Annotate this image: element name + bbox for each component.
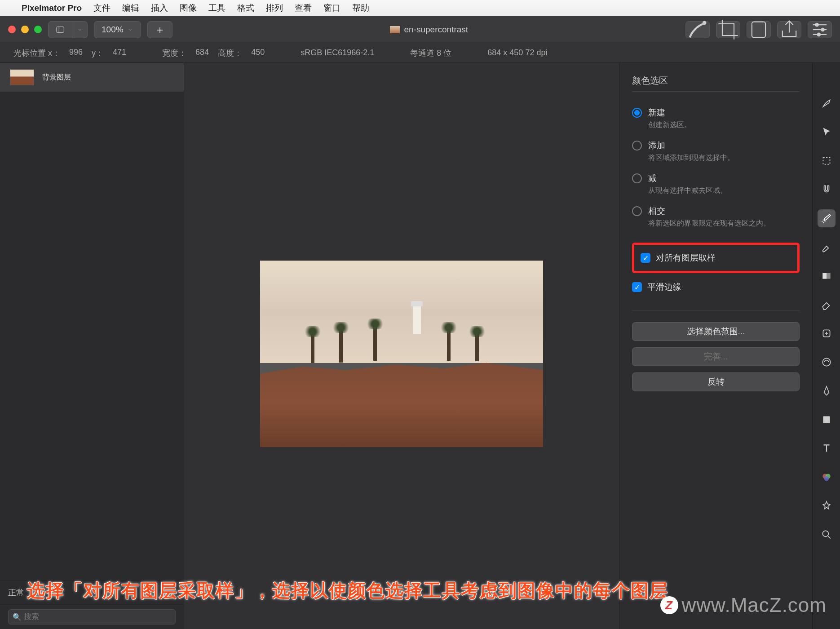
svg-rect-13 <box>822 273 827 279</box>
inspector-panel: 颜色选区 新建 创建新选区。 添加 将区域添加到现有选择中。 减 <box>619 63 812 629</box>
annotation-highlight: ✓ 对所有图层取样 <box>632 243 800 273</box>
selection-mode-new[interactable]: 新建 创建新选区。 <box>632 103 800 131</box>
effects-tool[interactable] <box>818 497 836 515</box>
type-tool[interactable] <box>818 439 836 457</box>
canvas-area[interactable] <box>184 63 619 629</box>
style-tool[interactable] <box>818 94 836 112</box>
window-controls <box>8 26 42 33</box>
pen-tool[interactable] <box>818 382 836 400</box>
export-button[interactable] <box>747 21 771 38</box>
checkbox-checked-icon: ✓ <box>641 253 650 263</box>
selection-mode-intersect[interactable]: 相交 将新选区的界限限定在现有选区之内。 <box>632 202 800 229</box>
fullscreen-window-button[interactable] <box>34 26 42 33</box>
zoom-tool[interactable] <box>818 526 836 544</box>
selection-mode-add[interactable]: 添加 将区域添加到现有选择中。 <box>632 136 800 164</box>
menu-window[interactable]: 窗口 <box>323 2 340 14</box>
menu-view[interactable]: 查看 <box>295 2 312 14</box>
watermark-text: www.MacZ.com <box>682 594 827 616</box>
menu-help[interactable]: 帮助 <box>352 2 369 14</box>
watermark-badge-icon: Z <box>660 596 678 614</box>
menu-image[interactable]: 图像 <box>180 2 197 14</box>
invert-button[interactable]: 反转 <box>632 372 800 391</box>
cursor-x-value: 996 <box>69 48 83 58</box>
menu-tools[interactable]: 工具 <box>208 2 225 14</box>
layer-thumb-icon <box>10 69 34 85</box>
menu-edit[interactable]: 编辑 <box>122 2 139 14</box>
height-value: 450 <box>251 48 265 58</box>
marquee-tool[interactable] <box>818 152 836 170</box>
height-label: 高度： <box>218 48 242 58</box>
menu-format[interactable]: 格式 <box>237 2 254 14</box>
watermark: Z www.MacZ.com <box>660 594 827 616</box>
color-picker-button[interactable] <box>685 21 710 38</box>
eraser-tool[interactable] <box>818 296 836 314</box>
menu-arrange[interactable]: 排列 <box>266 2 283 14</box>
sample-all-layers-checkbox[interactable]: ✓ 对所有图层取样 <box>641 249 791 266</box>
layer-row[interactable]: 背景图层 <box>0 63 184 92</box>
arrow-tool[interactable] <box>818 123 836 141</box>
minimize-window-button[interactable] <box>21 26 29 33</box>
macos-menubar: Pixelmator Pro 文件 编辑 插入 图像 工具 格式 排列 查看 窗… <box>0 0 840 16</box>
tool-rail <box>812 63 840 629</box>
warp-tool[interactable] <box>818 353 836 371</box>
annotation-caption: 选择「对所有图层采取样」，选择以使颜色选择工具考虑到图像中的每个图层 <box>27 578 668 603</box>
app-name[interactable]: Pixelmator Pro <box>22 3 82 13</box>
toggle-sidebar-button[interactable] <box>48 21 72 38</box>
repair-tool[interactable] <box>818 324 836 342</box>
svg-point-15 <box>822 358 830 366</box>
svg-point-20 <box>822 531 828 536</box>
layers-panel: 背景图层 正常 🔍 <box>0 63 184 629</box>
svg-point-9 <box>817 32 821 36</box>
magnetic-tool[interactable] <box>818 181 836 199</box>
shape-tool[interactable] <box>818 411 836 429</box>
app-window: 100% ＋ en-supercontrast 光标位置 x： 996 y： 4… <box>0 16 840 629</box>
selection-mode-subtract[interactable]: 减 从现有选择中减去区域。 <box>632 169 800 196</box>
width-label: 宽度： <box>162 48 186 58</box>
zoom-dropdown[interactable]: 100% <box>94 21 141 38</box>
info-bar: 光标位置 x： 996 y： 471 宽度： 684 高度： 450 sRGB … <box>0 43 840 63</box>
document-title: en-supercontrast <box>179 25 679 35</box>
brush-tool[interactable] <box>818 238 836 256</box>
radio-off-icon <box>632 173 642 183</box>
menu-insert[interactable]: 插入 <box>151 2 168 14</box>
svg-rect-16 <box>823 416 830 423</box>
layer-name: 背景图层 <box>42 73 71 82</box>
document-thumb-icon <box>390 26 400 33</box>
sidebar-toggle-group <box>48 21 88 38</box>
refine-button[interactable]: 完善... <box>632 347 800 366</box>
inspector-toggle-button[interactable] <box>808 21 832 38</box>
width-value: 684 <box>195 48 209 58</box>
layer-search-row: 🔍 <box>0 604 184 629</box>
svg-rect-0 <box>57 27 64 32</box>
select-color-range-button[interactable]: 选择颜色范围... <box>632 322 800 341</box>
svg-point-11 <box>822 220 825 223</box>
gradient-tool[interactable] <box>818 267 836 285</box>
colorspace-value: sRGB IEC61966-2.1 <box>301 48 374 58</box>
svg-point-8 <box>821 27 825 31</box>
color-adjust-tool[interactable] <box>818 468 836 486</box>
cursor-y-label: y： <box>92 48 104 58</box>
separator <box>632 310 800 310</box>
cursor-y-value: 471 <box>113 48 126 58</box>
share-button[interactable] <box>777 21 801 38</box>
svg-point-7 <box>815 22 819 27</box>
dimensions-value: 684 x 450 72 dpi <box>487 48 547 58</box>
radio-off-icon <box>632 206 642 216</box>
cursor-x-label: 光标位置 x： <box>13 48 60 58</box>
layer-search-input[interactable] <box>8 609 176 625</box>
crop-button[interactable] <box>716 21 740 38</box>
blend-mode-dropdown[interactable]: 正常 <box>8 587 24 598</box>
inspector-title: 颜色选区 <box>632 75 800 92</box>
add-button[interactable]: ＋ <box>147 21 172 38</box>
smooth-edges-checkbox[interactable]: ✓ 平滑边缘 <box>632 279 800 296</box>
document-image <box>260 261 543 447</box>
bit-depth-value: 每通道 8 位 <box>410 48 451 58</box>
close-window-button[interactable] <box>8 26 16 33</box>
menu-file[interactable]: 文件 <box>93 2 111 14</box>
radio-on-icon <box>632 108 642 118</box>
radio-off-icon <box>632 141 642 151</box>
color-select-tool[interactable] <box>818 209 836 227</box>
svg-rect-3 <box>752 22 765 37</box>
search-icon: 🔍 <box>13 613 22 621</box>
sidebar-dropdown-button[interactable] <box>72 21 88 38</box>
